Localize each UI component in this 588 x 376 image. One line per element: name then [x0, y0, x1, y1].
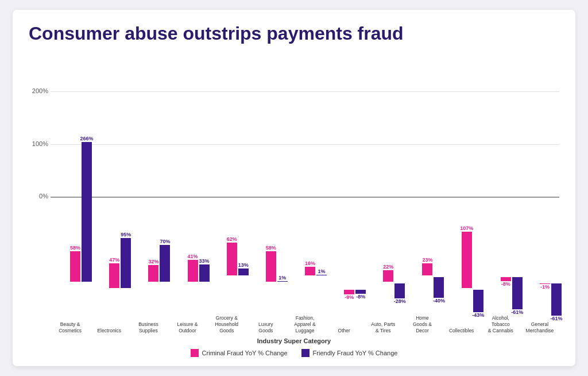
category-label: LuxuryGoods [258, 321, 273, 334]
bar-value: 95% [121, 232, 131, 237]
bar-col: 95% [121, 232, 131, 288]
bar-col: 70% [160, 239, 170, 282]
bar-purple [355, 290, 366, 294]
bar-pink [383, 270, 393, 282]
legend-friendly-label: Friendly Fraud YoY % Change [313, 350, 398, 356]
bar-pink [70, 251, 80, 282]
legend-criminal-label: Criminal Fraud YoY % Change [202, 350, 288, 356]
bar-col: 13% [238, 262, 249, 275]
bar-value: -61% [511, 309, 523, 315]
category-label: GeneralMerchandise [526, 321, 554, 334]
category-label: Auto, Parts& Tires [371, 321, 395, 334]
legend-criminal: Criminal Fraud YoY % Change [191, 349, 288, 357]
bar-purple [394, 283, 405, 298]
bar-col: -61% [551, 283, 562, 322]
bar-col: 1% [316, 268, 327, 275]
bar-col: -9% [344, 290, 354, 301]
bar-value: 107% [460, 225, 473, 231]
legend-swatch-pink [191, 349, 199, 357]
bar-pink [227, 243, 237, 275]
category-group: 58%266%Beauty &Cosmetics [51, 49, 90, 335]
bar-purple [512, 277, 523, 309]
bar-pink [148, 265, 158, 282]
category-label: Grocery &HouseholdGoods [215, 315, 238, 334]
category-label: HomeGoods &Decor [413, 315, 432, 334]
bar-col: 58% [266, 245, 276, 282]
category-group: 16%1%Fashion,Apparel &Luggage [285, 49, 324, 335]
bar-col: 62% [227, 236, 237, 275]
bar-value: 58% [266, 245, 276, 251]
bar-value: -40% [433, 298, 445, 304]
bar-value: 1% [318, 268, 326, 274]
bar-col: 32% [148, 259, 158, 282]
bar-col: 266% [82, 136, 92, 282]
category-label: Leisure &Outdoor [177, 321, 198, 334]
x-axis-label: Industry Super Category [29, 337, 559, 344]
bar-col: -40% [434, 277, 444, 305]
bar-value: 33% [199, 258, 210, 264]
category-group: -9%-8%Other [324, 49, 363, 335]
chart-title: Consumer abuse outstrips payments fraud [29, 24, 559, 44]
category-group: 32%70%BusinessSupplies [129, 49, 168, 335]
bars-section: 58%266%Beauty &Cosmetics47%95%Electronic… [51, 49, 559, 335]
bar-value: 22% [383, 264, 393, 270]
bar-pink [305, 267, 315, 275]
bar-col: -61% [512, 277, 523, 316]
bar-col: 16% [305, 260, 315, 275]
bar-col: 47% [109, 257, 119, 288]
bar-pink [344, 290, 354, 294]
category-group: 22%-28%Auto, Parts& Tires [363, 49, 403, 335]
bar-purple [160, 245, 170, 282]
bar-value: 13% [238, 262, 249, 268]
bar-pink [462, 232, 472, 288]
bar-purple [238, 268, 249, 275]
bar-purple [121, 238, 131, 288]
bar-value: -8% [501, 281, 510, 287]
bar-pink [422, 263, 432, 275]
bar-purple [277, 281, 288, 282]
bar-value: 16% [305, 260, 315, 266]
chart-area: 200%100%0% 58%266%Beauty &Cosmetics47%95… [29, 49, 559, 357]
category-label: Beauty &Cosmetics [59, 321, 82, 334]
category-group: -8%-61%Alcohol,Tobacco& Cannabis [481, 49, 520, 335]
bar-purple [199, 264, 210, 282]
bar-col: -43% [473, 290, 483, 319]
bar-pink [188, 260, 198, 281]
category-label: Collectibles [449, 328, 474, 334]
bar-purple [316, 275, 327, 275]
grid-label: 100% [29, 140, 48, 147]
bar-col: 22% [383, 264, 393, 282]
bar-value: 47% [109, 257, 119, 263]
bar-pink [109, 263, 119, 288]
bar-value: -61% [550, 316, 562, 321]
category-group: 47%95%Electronics [90, 49, 129, 335]
grid-label: 200% [29, 87, 48, 94]
bar-purple [82, 142, 92, 282]
category-label: Electronics [97, 328, 121, 334]
category-group: 62%13%Grocery &HouseholdGoods [207, 49, 246, 335]
bar-col: 107% [462, 225, 472, 288]
legend-swatch-purple [301, 349, 310, 357]
bar-col: 1% [277, 275, 288, 282]
chart-container: Consumer abuse outstrips payments fraud … [13, 10, 575, 366]
grid-label: 0% [29, 193, 48, 199]
bar-value: 23% [422, 257, 432, 263]
category-label: BusinessSupplies [138, 321, 158, 334]
bar-value: 41% [188, 254, 198, 259]
category-group: -1%-61%GeneralMerchandise [520, 49, 559, 335]
bar-purple [551, 283, 562, 316]
legend: Criminal Fraud YoY % Change Friendly Fra… [29, 349, 559, 357]
bars-wrapper: 200%100%0% 58%266%Beauty &Cosmetics47%95… [29, 49, 559, 335]
bar-col: -8% [355, 290, 366, 300]
bar-value: 266% [80, 136, 94, 141]
category-label: Fashion,Apparel &Luggage [294, 315, 315, 334]
bar-pink [501, 277, 511, 281]
category-group: 58%1%LuxuryGoods [246, 49, 285, 335]
bar-value: 32% [148, 259, 158, 264]
bar-value: -1% [540, 284, 550, 290]
bar-col: 23% [422, 257, 432, 275]
bar-value: -9% [345, 294, 354, 300]
category-group: 41%33%Leisure &Outdoor [168, 49, 207, 335]
bar-col: 33% [199, 258, 210, 282]
bar-purple [434, 277, 444, 298]
